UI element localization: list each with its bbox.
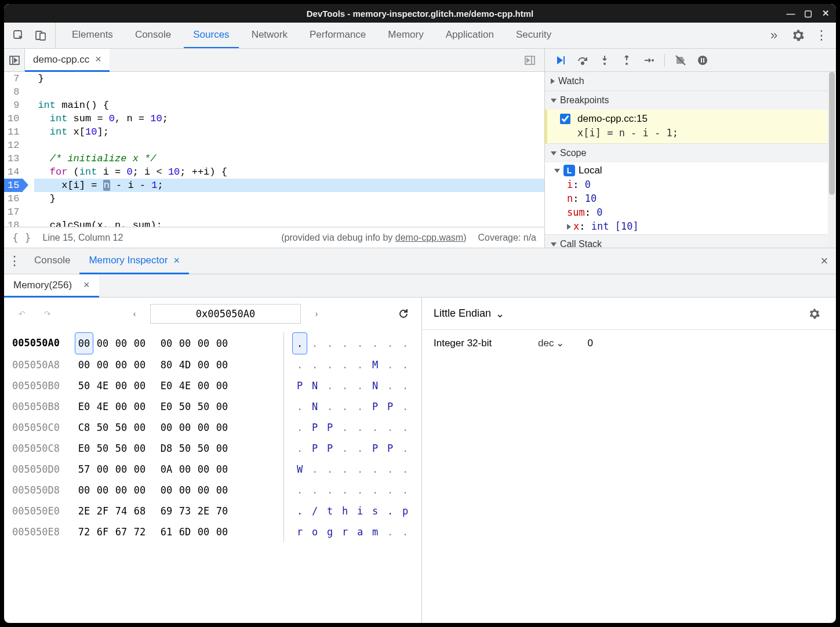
endianness-select[interactable]: Little Endian: [434, 307, 491, 320]
step-button[interactable]: [639, 50, 659, 70]
watch-section[interactable]: Watch: [545, 72, 828, 90]
memory-tab[interactable]: Memory(256) ×: [4, 274, 99, 298]
close-drawer-icon[interactable]: ×: [813, 248, 836, 274]
pause-exceptions-button[interactable]: [693, 50, 712, 70]
tab-security[interactable]: Security: [507, 23, 561, 48]
code-line[interactable]: calcSum(x, n, sum);: [38, 219, 544, 227]
svg-point-10: [698, 56, 707, 65]
close-memory-tab-icon[interactable]: ×: [83, 279, 90, 291]
step-out-button[interactable]: [617, 50, 637, 70]
svg-rect-2: [40, 33, 45, 40]
chevron-down-icon: ⌄: [556, 337, 564, 349]
minimize-icon[interactable]: —: [786, 9, 795, 18]
kebab-menu-icon[interactable]: ⋮: [812, 26, 831, 45]
svg-rect-11: [701, 58, 702, 63]
next-page-icon[interactable]: ›: [307, 304, 326, 324]
code-line[interactable]: [38, 85, 544, 99]
drawer-tab-memory-inspector[interactable]: Memory Inspector ×: [79, 248, 189, 274]
scope-var[interactable]: i: 0: [567, 177, 828, 191]
close-drawer-tab-icon[interactable]: ×: [173, 255, 180, 267]
wasm-link[interactable]: demo-cpp.wasm: [395, 233, 463, 242]
main-toolbar: ElementsConsoleSourcesNetworkPerformance…: [4, 23, 836, 49]
value-type: Integer 32-bit: [434, 338, 515, 349]
hex-row[interactable]: 005050A800000000804D0000.....M..: [12, 354, 413, 375]
breakpoint-checkbox[interactable]: [560, 114, 570, 124]
cursor-position: Line 15, Column 12: [43, 233, 123, 243]
close-window-icon[interactable]: ✕: [821, 9, 830, 18]
value-settings-icon[interactable]: [805, 304, 824, 324]
tab-performance[interactable]: Performance: [300, 23, 375, 48]
sidebar-scrollbar[interactable]: [828, 72, 836, 248]
tab-sources[interactable]: Sources: [184, 23, 238, 48]
hex-row[interactable]: 005050E8726F6772616D0000rogram..: [12, 521, 413, 542]
code-line[interactable]: }: [38, 72, 544, 85]
chevron-down-icon: ⌄: [496, 307, 504, 320]
code-line[interactable]: /* initialize x */: [38, 152, 544, 165]
svg-point-8: [626, 63, 628, 65]
svg-rect-12: [703, 58, 704, 63]
callstack-section[interactable]: Call Stack: [545, 235, 828, 248]
tab-elements[interactable]: Elements: [63, 23, 122, 48]
code-line[interactable]: }: [38, 192, 544, 205]
hex-row[interactable]: 005050D0570000000A000000W.......: [12, 459, 413, 480]
code-line[interactable]: x[i] = n - i - 1;: [34, 179, 544, 192]
value-display: 0: [587, 338, 592, 349]
titlebar: DevTools - memory-inspector.glitch.me/de…: [4, 4, 836, 23]
drawer-kebab-icon[interactable]: ⋮: [5, 251, 24, 271]
value-format-select[interactable]: dec ⌄: [538, 337, 564, 349]
drawer-tab-console[interactable]: Console: [25, 248, 79, 274]
svg-rect-5: [563, 56, 565, 64]
undo-icon[interactable]: ↶: [12, 304, 32, 324]
hex-row[interactable]: 005050C8E0505000D8505000.PP..PP.: [12, 438, 413, 459]
address-input[interactable]: [150, 304, 301, 324]
code-line[interactable]: [38, 205, 544, 219]
debug-source-info: (provided via debug info by demo-cpp.was…: [281, 233, 466, 243]
window-title: DevTools - memory-inspector.glitch.me/de…: [307, 9, 533, 19]
scope-var[interactable]: sum: 0: [567, 205, 828, 219]
scope-local[interactable]: LLocal: [545, 164, 828, 177]
hex-row[interactable]: 005050C0C850500000000000.PP.....: [12, 417, 413, 438]
hex-row[interactable]: 005050B0504E0000E04E0000PN...N..: [12, 375, 413, 396]
svg-point-6: [581, 62, 584, 64]
scope-var[interactable]: n: 10: [567, 191, 828, 205]
device-toolbar-icon[interactable]: [31, 26, 50, 45]
tab-memory[interactable]: Memory: [379, 23, 432, 48]
tab-application[interactable]: Application: [437, 23, 503, 48]
value-row: Integer 32-bit dec ⌄ 0: [422, 330, 836, 356]
debugger-toggle-icon[interactable]: [520, 50, 540, 70]
tab-network[interactable]: Network: [242, 23, 297, 48]
breakpoint-item[interactable]: demo-cpp.cc:15 x[i] = n - i - 1;: [545, 110, 828, 143]
code-line[interactable]: [38, 139, 544, 152]
file-tab[interactable]: demo-cpp.cc ×: [25, 49, 110, 72]
code-line[interactable]: int x[10];: [38, 125, 544, 139]
scope-var[interactable]: x: int [10]: [567, 219, 828, 233]
prev-page-icon[interactable]: ‹: [125, 304, 144, 324]
code-line[interactable]: for (int i = 0; i < 10; ++i) {: [38, 165, 544, 179]
deactivate-breakpoints-button[interactable]: [671, 50, 690, 70]
hex-row[interactable]: 005050D80000000000000000........: [12, 480, 413, 501]
code-line[interactable]: int sum = 0, n = 10;: [38, 112, 544, 125]
scope-section[interactable]: Scope: [545, 144, 828, 162]
hex-row[interactable]: 005050E02E2F746869732E70./this.p: [12, 501, 413, 521]
step-into-button[interactable]: [595, 50, 614, 70]
settings-icon[interactable]: [788, 26, 808, 45]
svg-point-9: [652, 59, 654, 61]
redo-icon[interactable]: ↷: [38, 304, 57, 324]
close-file-icon[interactable]: ×: [95, 53, 101, 66]
hex-row[interactable]: 005050B8E04E0000E0505000.N...PP.: [12, 396, 413, 417]
step-over-button[interactable]: [573, 50, 592, 70]
pretty-print-icon[interactable]: { }: [12, 231, 31, 244]
breakpoints-section[interactable]: Breakpoints: [545, 91, 828, 110]
coverage-status: Coverage: n/a: [478, 233, 536, 243]
svg-point-7: [603, 63, 606, 65]
tab-console[interactable]: Console: [126, 23, 180, 48]
inspect-element-icon[interactable]: [9, 26, 28, 45]
more-tabs-icon[interactable]: »: [764, 26, 784, 45]
navigator-toggle-icon[interactable]: [5, 50, 24, 70]
file-tab-label: demo-cpp.cc: [33, 54, 89, 66]
code-line[interactable]: int main() {: [38, 99, 544, 112]
maximize-icon[interactable]: ▢: [803, 9, 813, 18]
hex-row[interactable]: 005050A00000000000000000........: [12, 332, 413, 354]
refresh-icon[interactable]: [394, 304, 413, 324]
resume-button[interactable]: [551, 50, 570, 70]
